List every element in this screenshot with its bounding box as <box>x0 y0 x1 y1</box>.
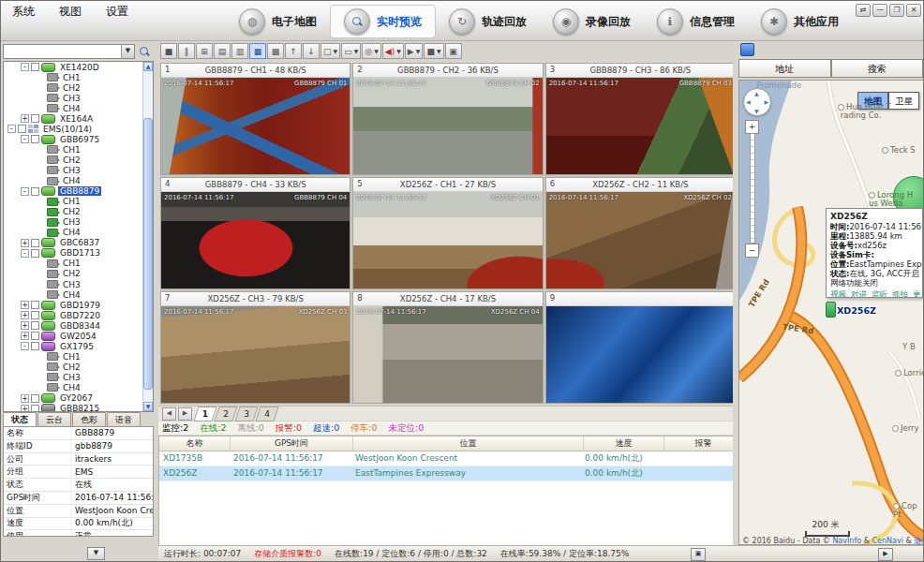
zoom-slider[interactable] <box>750 133 755 244</box>
video-feed[interactable]: 2016-07-14 11:56:17GBB8879 CH 03 <box>546 78 735 174</box>
popup-link[interactable]: 对讲 <box>851 289 867 298</box>
popup-link[interactable]: 抓拍 <box>892 289 908 298</box>
page-down-button[interactable]: ↓ <box>303 43 320 59</box>
popup-link[interactable]: 视频 <box>830 289 846 298</box>
page-tab-2[interactable]: 2 <box>214 407 237 422</box>
page-tab-3[interactable]: 3 <box>234 407 258 422</box>
tree-item[interactable]: CH4 <box>4 228 153 238</box>
video-feed[interactable]: 2016-07-14 11:56:17XD256Z CH 01 <box>353 192 542 288</box>
copyright-part[interactable]: 道道通 <box>914 537 924 545</box>
play-button[interactable]: ▶▼ <box>405 43 424 59</box>
column-header[interactable]: GPS时间 <box>231 436 353 451</box>
search-button[interactable] <box>137 44 152 59</box>
tree-item[interactable]: CH3 <box>4 372 153 382</box>
tree-item[interactable]: CH1 <box>4 351 153 362</box>
column-header[interactable]: 报警 <box>664 436 738 451</box>
tree-item[interactable]: CH3 <box>4 93 153 103</box>
expand-icon[interactable]: + <box>21 239 29 247</box>
stop-all-button[interactable]: ■▼ <box>424 43 443 59</box>
tree-item[interactable]: -GBD1713 <box>4 248 153 259</box>
tree-item[interactable]: CH4 <box>4 382 153 392</box>
tree-item[interactable]: -GBB6975 <box>4 134 153 144</box>
map-tab-搜索[interactable]: 搜索 <box>831 59 924 78</box>
nav-live-preview-button[interactable]: 实时预览 <box>330 5 436 38</box>
layout-8-button[interactable]: ▥ <box>231 43 248 59</box>
pan-right-icon[interactable]: ▶ <box>764 98 768 105</box>
tree-item[interactable]: CH1 <box>4 197 153 207</box>
map-pan-control[interactable]: ▲ ▼ ◀ ▶ <box>743 88 771 116</box>
nav-info-manage-button[interactable]: ℹ信息管理 <box>644 6 748 37</box>
table-row[interactable]: XD256Z2016-07-14 11:56:17EastTampines Ex… <box>159 466 737 481</box>
layout-6-button[interactable]: ▤ <box>214 43 231 59</box>
tree-item[interactable]: CH4 <box>4 103 153 113</box>
audio-button[interactable]: ◀)▼ <box>382 43 404 59</box>
tree-item[interactable]: -GBB8879 <box>4 186 153 197</box>
collapse-icon[interactable]: - <box>21 63 29 71</box>
video-feed[interactable]: 2016-07-14 11:56:17XD256Z CH 03 <box>161 306 350 403</box>
tree-item[interactable]: CH1 <box>4 144 153 155</box>
video-cell[interactable]: 7XD256Z - CH3 - 79 KB/S2016-07-14 11:56:… <box>160 291 350 404</box>
video-cell[interactable]: 2GBB8879 - CH2 - 36 KB/S2016-07-14 11:56… <box>352 63 543 175</box>
expand-icon[interactable]: + <box>21 405 29 412</box>
column-header[interactable]: 位置 <box>353 436 584 451</box>
expand-button[interactable]: ▣ <box>445 43 462 59</box>
chevron-down-icon[interactable]: ▼ <box>334 48 338 54</box>
panel-toggle-icon[interactable] <box>740 43 754 56</box>
table-row[interactable]: XD1735B2016-07-14 11:56:17WestJoon Koon … <box>159 451 737 466</box>
video-cell[interactable]: 1GBB8879 - CH1 - 48 KB/S2016-07-14 11:56… <box>160 63 350 175</box>
tree-item[interactable]: +GBC6837 <box>4 238 153 248</box>
tree-item[interactable]: CH3 <box>4 279 153 289</box>
tree-item[interactable]: +GY2067 <box>4 393 153 404</box>
close-button[interactable]: ✕ <box>906 4 921 17</box>
collapse-icon[interactable]: - <box>7 125 16 133</box>
right-splitter[interactable] <box>733 41 738 561</box>
tree-item[interactable]: CH2 <box>4 362 153 372</box>
stop-button[interactable]: ■ <box>160 43 177 59</box>
device-search-combobox[interactable]: ▼ <box>3 44 135 59</box>
video-cell[interactable]: 9 <box>545 291 736 404</box>
vehicle-marker[interactable] <box>826 302 836 318</box>
collapse-panel-button[interactable]: ▼ <box>87 547 105 560</box>
collapse-icon[interactable]: - <box>21 187 29 196</box>
scrollbar-thumb[interactable] <box>143 118 153 390</box>
tree-item[interactable]: +GBD7220 <box>4 310 153 320</box>
video-cell[interactable]: 5XD256Z - CH1 - 27 KB/S2016-07-14 11:56:… <box>352 177 543 289</box>
checkbox[interactable] <box>31 135 39 143</box>
expand-icon[interactable]: + <box>21 321 29 330</box>
page-tab-4[interactable]: 4 <box>255 407 278 422</box>
tree-item[interactable]: +GBB8215 <box>4 404 153 412</box>
copyright-part[interactable]: NavInfo <box>832 537 861 545</box>
fullscreen-button[interactable]: □▼ <box>320 43 340 59</box>
checkbox[interactable] <box>18 125 26 133</box>
checkbox[interactable] <box>31 311 39 319</box>
status-expand-icon[interactable]: ▣ <box>691 548 706 561</box>
page-up-button[interactable]: ↑ <box>285 43 302 59</box>
checkbox[interactable] <box>31 342 39 350</box>
chevron-down-icon[interactable]: ▼ <box>437 48 441 54</box>
video-feed[interactable]: 2016-07-14 11:56:17XD256Z CH 04 <box>353 306 542 403</box>
video-cell[interactable]: 4GBB8879 - CH4 - 33 KB/S2016-07-14 11:56… <box>160 177 350 289</box>
collapse-icon[interactable]: - <box>21 135 29 143</box>
chevron-down-icon[interactable]: ▼ <box>121 45 134 58</box>
checkbox[interactable] <box>31 239 39 247</box>
tree-scrollbar[interactable]: ▲ ▼ <box>142 62 153 411</box>
popup-link[interactable]: 监听 <box>872 289 887 298</box>
snapshot-button[interactable]: ◎▼ <box>362 43 380 59</box>
checkbox[interactable] <box>31 301 39 309</box>
video-cell[interactable]: 3GBB8879 - CH3 - 86 KB/S2016-07-14 11:56… <box>545 63 736 175</box>
tree-item[interactable]: CH1 <box>4 259 153 269</box>
tree-item[interactable]: CH3 <box>4 165 153 175</box>
tree-item[interactable]: -EMS(10/14) <box>4 124 153 134</box>
checkbox[interactable] <box>31 394 39 403</box>
checkbox[interactable] <box>31 63 39 71</box>
map-canvas[interactable]: ▲ ▼ ◀ ▶ + − 地图卫星 PromenadeHua Huat T rad… <box>738 80 924 545</box>
tree-item[interactable]: CH2 <box>4 82 153 93</box>
tree-item[interactable]: -XE1420D <box>4 62 153 72</box>
checkbox[interactable] <box>31 187 39 196</box>
checkbox[interactable] <box>31 405 39 412</box>
layout-4-button[interactable]: ⊞ <box>196 43 213 59</box>
map-tab-地址[interactable]: 地址 <box>738 59 831 78</box>
video-cell[interactable]: 6XD256Z - CH2 - 11 KB/S2016-07-14 11:56:… <box>545 177 736 289</box>
scroll-down-icon[interactable]: ▼ <box>143 402 153 411</box>
page-next-icon[interactable]: ▶ <box>178 407 192 421</box>
